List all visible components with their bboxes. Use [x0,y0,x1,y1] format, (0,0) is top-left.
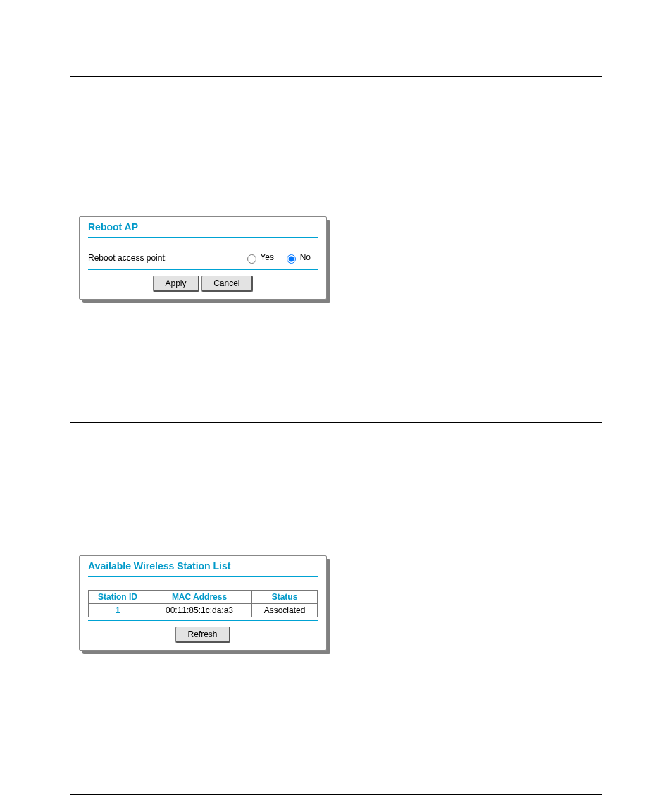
reboot-yes-label: Yes [260,252,274,262]
station-cell-id: 1 [89,604,147,617]
reboot-panel: Reboot AP Reboot access point: Yes No [79,216,327,300]
station-table: Station ID MAC Address Status 1 00:11:85… [88,590,318,617]
reboot-yes-option[interactable]: Yes [244,252,276,262]
reboot-no-radio[interactable] [287,254,296,264]
station-panel: Available Wireless Station List Station … [79,555,327,651]
station-table-body: 1 00:11:85:1c:da:a3 Associated [89,604,318,617]
cancel-button[interactable]: Cancel [201,276,252,292]
mid-rule [70,422,602,423]
reboot-panel-title: Reboot AP [88,221,318,233]
station-table-header-row: Station ID MAC Address Status [89,591,318,604]
refresh-button[interactable]: Refresh [175,627,230,643]
reboot-no-option[interactable]: No [283,252,311,262]
station-panel-title: Available Wireless Station List [88,560,318,572]
station-header-status: Status [252,591,318,604]
bottom-rule [70,794,602,795]
top-rule-1 [70,44,602,44]
top-rule-2 [70,76,602,77]
station-header-id: Station ID [89,591,147,604]
reboot-row-label: Reboot access point: [88,253,244,263]
reboot-no-label: No [300,252,311,262]
apply-button[interactable]: Apply [153,276,199,292]
reboot-yes-radio[interactable] [247,254,256,264]
station-cell-mac: 00:11:85:1c:da:a3 [147,604,252,617]
station-cell-status: Associated [252,604,318,617]
table-row: 1 00:11:85:1c:da:a3 Associated [89,604,318,617]
station-header-mac: MAC Address [147,591,252,604]
